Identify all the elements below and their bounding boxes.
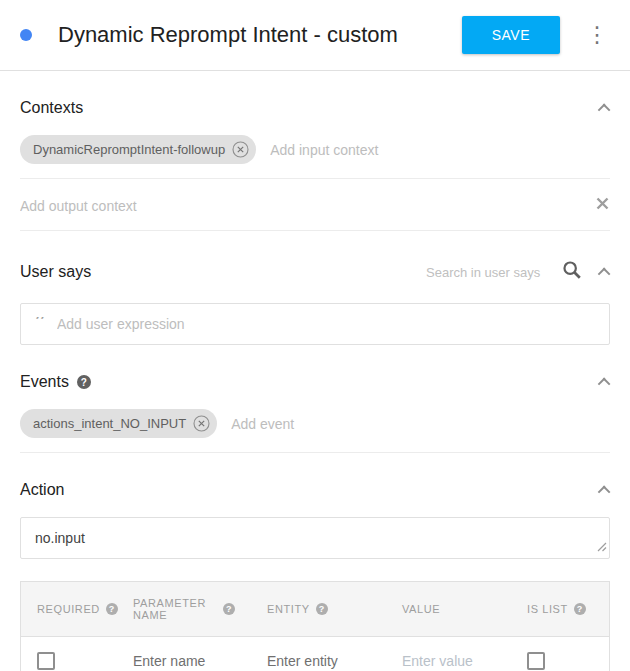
parameters-table: REQUIRED ? PARAMETER NAME ? ENTITY ? VAL…	[20, 581, 610, 671]
event-chip-label: actions_intent_NO_INPUT	[33, 416, 186, 431]
input-context-chip[interactable]: DynamicRepromptIntent-followup	[20, 135, 256, 164]
required-checkbox[interactable]	[37, 652, 55, 670]
col-parameter-name-label: PARAMETER NAME	[133, 597, 217, 621]
contexts-section-header: Contexts	[20, 71, 610, 117]
input-context-chip-label: DynamicRepromptIntent-followup	[33, 142, 225, 157]
value-input[interactable]	[402, 653, 495, 669]
entity-help-icon: ?	[316, 603, 328, 615]
add-input-context-field[interactable]	[270, 142, 610, 158]
output-contexts-row	[20, 179, 610, 231]
events-collapse-chevron-icon[interactable]	[598, 377, 611, 390]
action-name-input[interactable]	[35, 530, 595, 546]
action-input-box	[20, 517, 610, 559]
input-contexts-row: DynamicRepromptIntent-followup	[20, 135, 610, 179]
user-says-section-header: User says	[20, 231, 610, 285]
events-title: Events	[20, 373, 69, 391]
intent-color-dot	[20, 29, 32, 41]
page-title: Dynamic Reprompt Intent - custom	[58, 22, 462, 48]
user-says-search-input[interactable]	[426, 265, 551, 280]
col-is-list-label: IS LIST	[527, 603, 568, 615]
remove-event-icon[interactable]	[193, 415, 210, 432]
event-chip[interactable]: actions_intent_NO_INPUT	[20, 409, 217, 438]
entity-input[interactable]	[267, 653, 370, 669]
events-help-icon: ?	[77, 375, 91, 389]
resize-handle-icon[interactable]	[597, 538, 607, 556]
parameters-header-row: REQUIRED ? PARAMETER NAME ? ENTITY ? VAL…	[21, 582, 609, 637]
quote-icon: ”	[35, 317, 45, 331]
events-section-header: Events ?	[20, 345, 610, 391]
add-output-context-field[interactable]	[20, 198, 595, 214]
search-icon[interactable]	[561, 259, 583, 285]
remove-context-icon[interactable]	[232, 141, 249, 158]
action-section-header: Action	[20, 453, 610, 499]
is-list-checkbox[interactable]	[527, 652, 545, 670]
user-says-search-group	[426, 259, 610, 285]
parameter-row	[21, 637, 609, 671]
user-says-collapse-chevron-icon[interactable]	[598, 267, 611, 280]
col-entity-label: ENTITY	[267, 603, 310, 615]
action-title: Action	[20, 481, 64, 499]
intent-header: Dynamic Reprompt Intent - custom SAVE ⋮	[0, 0, 630, 70]
events-row: actions_intent_NO_INPUT	[20, 409, 610, 453]
parameter-name-input[interactable]	[133, 653, 235, 669]
is-list-help-icon: ?	[574, 603, 586, 615]
contexts-title: Contexts	[20, 99, 83, 117]
user-says-title: User says	[20, 263, 91, 281]
kebab-menu-icon[interactable]: ⋮	[582, 22, 612, 48]
contexts-collapse-chevron-icon[interactable]	[598, 103, 611, 116]
action-collapse-chevron-icon[interactable]	[598, 485, 611, 498]
add-event-field[interactable]	[231, 416, 610, 432]
parameter-name-help-icon: ?	[223, 603, 235, 615]
col-required-label: REQUIRED	[37, 603, 100, 615]
user-expression-box: ”	[20, 303, 610, 345]
save-button[interactable]: SAVE	[462, 16, 560, 54]
add-user-expression-field[interactable]	[57, 316, 595, 332]
col-value-label: VALUE	[402, 603, 440, 615]
clear-output-context-icon[interactable]	[595, 196, 610, 215]
